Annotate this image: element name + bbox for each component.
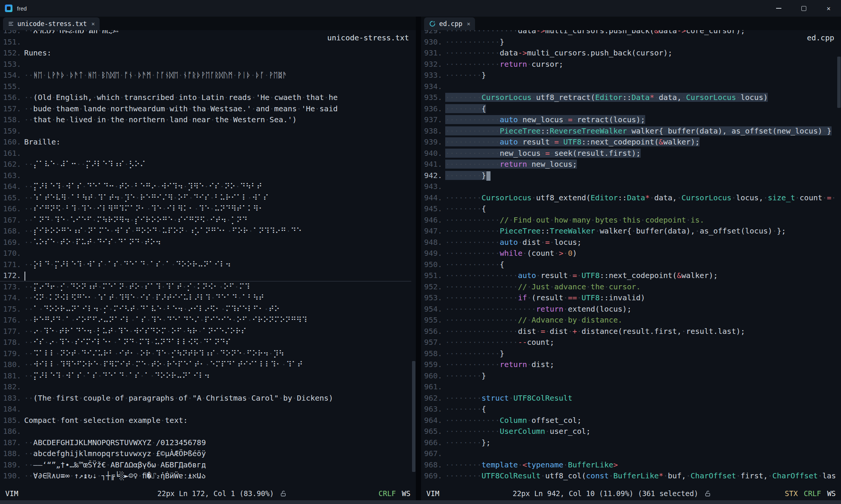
code-line[interactable]: 960.········} <box>421 370 836 382</box>
minimize-button[interactable] <box>766 0 791 17</box>
code-line[interactable]: 938.············PieceTree::ReverseTreeWa… <box>421 126 836 137</box>
code-line[interactable]: 956.················dist·=·dist·+·distan… <box>421 326 836 337</box>
code-line[interactable]: 156.··(Old·English,·which·transcribed·in… <box>0 92 411 103</box>
code-line[interactable]: 161. <box>0 148 411 159</box>
code-line[interactable]: 949.············while·(count·>·0) <box>421 248 836 259</box>
code-line[interactable]: 157.··bude·thaem·lande·northweardum·with… <box>0 103 411 115</box>
code-line[interactable]: 935.········CursorLocus·utf8_retract(Edi… <box>421 92 836 103</box>
whitespace-indicator[interactable]: WS <box>827 489 836 498</box>
code-line[interactable]: 155. <box>0 81 411 92</box>
cursor-position[interactable]: 22px Ln 172, Col 1 (83.90%) <box>157 489 274 498</box>
tab-close-icon[interactable]: ✕ <box>467 20 470 27</box>
code-line[interactable]: 166.··⠎⠊⠛⠝⠫·⠃⠹·⠹⠑·⠊⠇⠻⠛⠹⠍⠁⠝⠂·⠹⠑·⠊⠇⠻⠅⠂·⠹⠑·… <box>0 203 411 215</box>
code-line[interactable]: 950.············{ <box>421 259 836 270</box>
horizontal-scrollbar[interactable] <box>0 500 841 504</box>
code-line[interactable]: 954.····················return·extend(lo… <box>421 304 836 315</box>
pane-splitter[interactable] <box>416 17 421 500</box>
scrollbar-thumb[interactable] <box>412 361 415 472</box>
code-line[interactable]: 964.············Column·offset_col; <box>421 415 836 426</box>
code-line[interactable]: 177.··⠔·⠹⠑·⠞⠗⠁⠙⠑⠲·⡃⠥⠞·⠹⠑·⠺⠊⠎⠙⠕⠍·⠕⠋·⠳⠗·⠁⠝… <box>0 326 411 337</box>
code-line[interactable]: 966.········}; <box>421 437 836 449</box>
code-line[interactable]: 932.············return·cursor; <box>421 59 836 70</box>
code-line[interactable]: 933.········} <box>421 70 836 81</box>
code-line[interactable]: 952.················//·Just·advance·the·… <box>421 281 836 293</box>
code-line[interactable]: 171.··⡕⠇⠙·⡍⠜⠇⠑⠹·⠺⠁⠎·⠁⠎·⠙⠑⠁⠙·⠁⠎·⠁·⠙⠕⠕⠗⠤⠝⠁… <box>0 259 411 270</box>
close-button[interactable]: ✕ <box>816 0 841 17</box>
code-line[interactable]: 174.··⠪⠝·⠅⠝⠪⠇⠫⠛⠑⠂·⠱⠁⠞·⠹⠻⠑·⠊⠎·⠏⠜⠞⠊⠊⠥⠇⠜⠇⠹·… <box>0 292 411 304</box>
code-line[interactable]: 152.Runes: <box>0 48 411 59</box>
code-line[interactable]: 168.··⡎⠊⠗⠕⠕⠛⠑⠰⠎·⠝⠁⠍⠑·⠺⠁⠎·⠛⠕⠕⠙·⠥⠏⠕⠝·⠰⡡⠁⠝⠛… <box>0 226 411 237</box>
scrollbar-track[interactable] <box>837 30 841 487</box>
code-line[interactable]: 164.··⡍⠜⠇⠑⠹·⠺⠁⠎·⠙⠑⠁⠙⠒·⠞⠕·⠃⠑⠛⠔·⠺⠊⠹⠲·⡹⠻⠑·⠊… <box>0 181 411 192</box>
tab-unicode-stress[interactable]: unicode-stress.txt ✕ <box>3 17 100 30</box>
code-line[interactable]: 961. <box>421 381 836 393</box>
eol-indicator[interactable]: CRLF <box>804 489 821 498</box>
code-line[interactable]: 940.············new_locus·=·seek(result.… <box>421 148 836 159</box>
maximize-button[interactable] <box>791 0 816 17</box>
cursor-position[interactable]: 22px Ln 942, Col 10 (11.09%) (361 select… <box>513 489 698 498</box>
code-line[interactable]: 934. <box>421 81 836 92</box>
code-line[interactable]: 158.··that·he·lived·in·the·northern·land… <box>0 114 411 126</box>
code-line[interactable]: 190.··∀∂∈ℝ∧∪≡∞·↑↗↨↻⇣·┐┼╔╘░►☺♀·ﬁ�⑀₂ἠḂӥẄɐː… <box>0 470 411 482</box>
code-line[interactable]: 962.········struct·UTF8ColResult <box>421 393 836 404</box>
code-line[interactable]: 183.··(The·first·couple·of·paragraphs·of… <box>0 393 411 404</box>
code-line[interactable]: 930.············} <box>421 37 836 48</box>
code-line[interactable]: 176.··⠗⠑⠛⠜⠙·⠁·⠊⠕⠋⠋⠔⠤⠝⠁⠊⠇·⠁⠎·⠹⠑·⠙⠑⠁⠙⠑⠌·⠏⠊… <box>0 315 411 326</box>
lock-open-icon[interactable] <box>704 490 712 497</box>
code-line[interactable]: 186. <box>0 426 411 437</box>
code-line[interactable]: 943. <box>421 181 836 192</box>
code-line[interactable]: 958.············} <box>421 348 836 360</box>
code-line[interactable]: 946.············//·Find·out·how·many·byt… <box>421 215 836 226</box>
code-line[interactable]: 188.··abcdefghijklmnopqrstuvwxyz·£©µÀÆÖÞ… <box>0 448 411 459</box>
code-line[interactable]: 939.············auto·result·=·UTF8::next… <box>421 137 836 148</box>
code-line[interactable]: 936.········{ <box>421 103 836 115</box>
code-line[interactable]: 178.··⠊⠎·⠔·⠹⠑·⠎⠊⠍⠊⠇⠑⠂·⠁⠝⠙·⠍⠹·⠥⠝⠙⠁⠇⠇⠪⠫·⠙⠁… <box>0 337 411 348</box>
code-line[interactable]: 163. <box>0 170 411 181</box>
tab-close-icon[interactable]: ✕ <box>91 20 95 27</box>
code-line[interactable]: 963.········{ <box>421 404 836 415</box>
code-line[interactable]: 159. <box>0 126 411 137</box>
code-line[interactable]: 969.········UTF8ColResult·utf8_col(const… <box>421 470 836 482</box>
code-line[interactable]: 172. <box>0 270 411 281</box>
code-line[interactable]: 153. <box>0 59 411 70</box>
scrollbar-track[interactable] <box>412 30 416 487</box>
code-line[interactable]: 944.········CursorLocus·utf8_extend(Edit… <box>421 192 836 204</box>
code-line[interactable]: 184. <box>0 404 411 415</box>
code-line[interactable]: 185.Compact·font·selection·example·text: <box>0 415 411 426</box>
code-line[interactable]: 957.················--count; <box>421 337 836 348</box>
code-line[interactable]: 160.Braille: <box>0 137 411 148</box>
code-line[interactable]: 181.··⡍⠜⠇⠑⠹·⠺⠁⠎·⠁⠎·⠙⠑⠁⠙·⠁⠎·⠁·⠙⠕⠕⠗⠤⠝⠁⠊⠇⠲ <box>0 370 411 382</box>
code-line[interactable]: 968.········template·<typename·BufferLik… <box>421 459 836 471</box>
eol-indicator[interactable]: CRLF <box>378 489 396 498</box>
tab-ed-cpp[interactable]: ed.cpp ✕ <box>424 17 475 30</box>
code-line[interactable]: 180.··⠺⠊⠇⠇·⠹⠻⠑⠋⠕⠗⠑·⠏⠻⠍⠊⠞·⠍⠑·⠞⠕·⠗⠑⠏⠑⠁⠞⠂·⠑… <box>0 359 411 370</box>
code-line[interactable]: 179.··⠩⠁⠇⠇·⠝⠕⠞·⠙⠊⠌⠥⠗⠃·⠊⠞⠂·⠕⠗·⠹⠑·⡊⠳⠝⠞⠗⠹⠰⠎… <box>0 348 411 360</box>
code-line[interactable]: 953.················if·(result·==·UTF8::… <box>421 292 836 304</box>
editor-right[interactable]: ed.cpp 929.················data->multi_c… <box>421 30 841 487</box>
code-line[interactable]: 162.··⡌⠁⠧⠑·⠼⠁⠒··⡍⠜⠇⠑⠹⠰⠎·⡣⠕⠌ <box>0 159 411 170</box>
code-line[interactable]: 189.··–—‘“”„†•…‰™œŠŸž€·ΑΒΓΔΩαβγδω·АБВГДа… <box>0 459 411 471</box>
mode-indicator[interactable]: VIM <box>5 489 18 498</box>
code-line[interactable]: 945.········{ <box>421 203 836 215</box>
code-line[interactable]: 947.············PieceTree::TreeWalker·wa… <box>421 226 836 237</box>
lock-open-icon[interactable] <box>280 490 287 497</box>
code-line[interactable]: 942.········} <box>421 170 836 181</box>
code-line[interactable]: 941.············return·new_locus; <box>421 159 836 170</box>
code-line[interactable]: 167.··⠁⠝⠙·⠹⠑·⠡⠊⠑⠋·⠍⠳⠗⠝⠻⠲·⡎⠊⠗⠕⠕⠛⠑·⠎⠊⠛⠝⠫·⠊… <box>0 215 411 226</box>
whitespace-indicator[interactable]: WS <box>402 489 411 498</box>
code-line[interactable]: 170. <box>0 248 411 259</box>
code-line[interactable]: 929.················data->multi_cursors.… <box>421 30 836 37</box>
editor-left[interactable]: unicode-stress.txt 150.··እግርህን·በፍራሽህ·ልክ·… <box>0 30 416 487</box>
code-line[interactable]: 951.················auto·result·=·UTF8::… <box>421 270 836 281</box>
code-line[interactable]: 955.················//·Advance·by·distan… <box>421 315 836 326</box>
code-line[interactable]: 959.············return·dist; <box>421 359 836 370</box>
code-line[interactable]: 182. <box>0 381 411 393</box>
code-line[interactable]: 965.············UserColumn·user_col; <box>421 426 836 437</box>
code-line[interactable]: 187.··ABCDEFGHIJKLMNOPQRSTUVWXYZ·/012345… <box>0 437 411 449</box>
code-line[interactable]: 967. <box>421 448 836 459</box>
code-line[interactable]: 165.··⠱⠁⠞⠑⠧⠻·⠁⠃⠳⠞·⠹⠁⠞⠲·⡹⠑·⠗⠑⠛⠊⠌⠻·⠕⠋·⠙⠊⠎·… <box>0 192 411 204</box>
code-line[interactable]: 154.··ᚻᛖ·ᚳᚹᚫᚦ·ᚦᚫᛏ·ᚻᛖ·ᛒᚢᛞᛖ·ᚩᚾ·ᚦᚫᛗ·ᛚᚪᚾᛞᛖ·ᚾ… <box>0 70 411 81</box>
selection-mode-indicator[interactable]: STX <box>785 489 798 498</box>
code-line[interactable]: 937.············auto·new_locus·=·retract… <box>421 114 836 126</box>
code-line[interactable]: 948.············auto·dist·=·locus; <box>421 237 836 248</box>
